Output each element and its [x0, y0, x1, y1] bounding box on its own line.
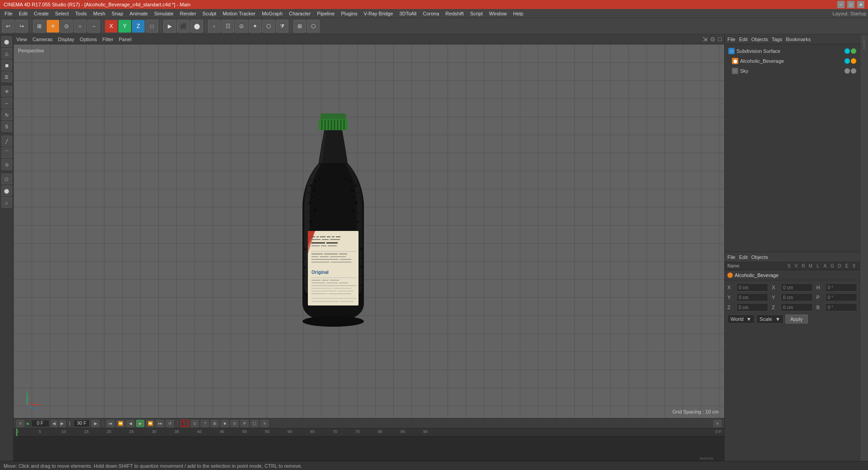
light-button[interactable]: ⊙ [235, 20, 248, 33]
all-axis-button[interactable]: □ [146, 20, 158, 33]
obj-ind-render[interactable] [851, 48, 856, 54]
line-tool[interactable]: ╱ [1, 136, 12, 146]
scale-dropdown[interactable]: Scale ▼ [756, 315, 783, 324]
select-mode-polys[interactable]: ◼ [1, 60, 12, 70]
tl-menu-btn[interactable]: ≡ [260, 420, 269, 427]
tl-prev-key[interactable]: ⏪ [116, 420, 124, 427]
transform-tool-button[interactable]: → [87, 20, 100, 33]
world-dropdown[interactable]: World ▼ [727, 315, 755, 324]
tl-grid-btn[interactable]: ⊞ [211, 420, 219, 427]
tl-play-fwd[interactable]: ▶ [136, 420, 144, 427]
tl-right-btn-1[interactable]: ≡ [713, 420, 722, 427]
vp-menu-filter[interactable]: Filter [102, 37, 113, 42]
display-mode-button[interactable]: ▫ [208, 20, 221, 33]
minimize-button[interactable]: − [837, 1, 844, 8]
tl-p-btn[interactable]: P [241, 420, 249, 427]
obj-menu-edit[interactable]: Edit [739, 37, 748, 42]
wireframe-button[interactable]: ☷ [222, 20, 234, 33]
layer-tool[interactable]: ⬡ [1, 174, 12, 184]
vp-menu-cameras[interactable]: Cameras [33, 37, 53, 42]
tl-loop[interactable]: ↺ [166, 420, 174, 427]
redo-button[interactable]: ↪ [15, 20, 28, 33]
attr-x2-field[interactable]: 0 cm [781, 283, 812, 291]
obj-ind-beverage-vis[interactable] [844, 58, 850, 64]
maximize-button[interactable]: □ [847, 1, 854, 8]
tl-auto-key[interactable]: ⊙ [191, 420, 199, 427]
tl-expand-btn[interactable]: ≡ [16, 420, 24, 427]
move-tool-button[interactable]: ✛ [47, 20, 59, 33]
obj-item-subdivision[interactable]: ⬡ Subdivision Surface [726, 46, 858, 56]
tl-btn-2[interactable]: ◀ [51, 420, 57, 427]
menu-window[interactable]: Window [486, 10, 509, 17]
select-mode-points[interactable]: ⬤ [1, 36, 12, 47]
render-region-button[interactable]: ▶ [163, 20, 176, 33]
tl-btn-3[interactable]: ▶ [59, 420, 66, 427]
menu-3dtoall[interactable]: 3DToAll [396, 10, 419, 17]
menu-edit[interactable]: Edit [16, 10, 30, 17]
obj-menu-bookmarks[interactable]: Bookmarks [786, 37, 811, 42]
viewport-maximize-icon[interactable]: ⇲ [703, 36, 708, 42]
vp-menu-panel[interactable]: Panel [119, 37, 132, 42]
render-view-button[interactable]: ⬛ [177, 20, 189, 33]
rotate-mode[interactable]: ↻ [1, 109, 12, 120]
attr-b-field[interactable]: 0 ° [826, 303, 857, 311]
select-model[interactable]: ☰ [1, 71, 12, 82]
attr-x-field[interactable]: 0 cm [736, 283, 768, 291]
attr-z-field[interactable]: 0 cm [736, 303, 768, 311]
menu-sculpt[interactable]: Sculpt [200, 10, 219, 17]
select-mode-edges[interactable]: △ [1, 48, 12, 59]
vp-menu-options[interactable]: Options [80, 37, 97, 42]
x-axis-button[interactable]: X [105, 20, 118, 33]
menu-vray[interactable]: V-Ray Bridge [361, 10, 396, 17]
rotate-tool-button[interactable]: ○ [74, 20, 86, 33]
tl-square-btn[interactable]: ■ [221, 420, 229, 427]
menu-redshift[interactable]: Redshift [443, 10, 466, 17]
viewport[interactable]: Perspective [14, 44, 724, 418]
obj-ind-sky-render[interactable] [851, 68, 856, 74]
attr-y-field[interactable]: 0 cm [736, 293, 768, 301]
grid-button[interactable]: ⬡ [262, 20, 275, 33]
tl-end-frame-input[interactable] [74, 420, 90, 427]
menu-plugins[interactable]: Plugins [338, 10, 360, 17]
tl-goto-start[interactable]: ⏮ [106, 420, 114, 427]
obj-ind-sky-vis[interactable] [844, 68, 850, 74]
tl-help-btn[interactable]: ? [201, 420, 209, 427]
brush-tool[interactable]: ⌒ [1, 147, 12, 158]
parametric-button[interactable]: ⬡ [307, 20, 320, 33]
tl-record-btn[interactable]: ⬛ [181, 420, 189, 427]
scale-tool-button[interactable]: ⊙ [60, 20, 73, 33]
obj-menu-tags[interactable]: Tags [772, 37, 782, 42]
menu-simulate[interactable]: Simulate [151, 10, 176, 17]
attr-y2-field[interactable]: 0 cm [781, 293, 812, 301]
attr-h-field[interactable]: 0 ° [826, 283, 857, 291]
spline-tool[interactable]: S [1, 121, 12, 132]
tl-next-key[interactable]: ⏩ [146, 420, 154, 427]
menu-mesh[interactable]: Mesh [90, 10, 108, 17]
menu-pipeline[interactable]: Pipeline [314, 10, 337, 17]
menu-mograph[interactable]: MoGraph [259, 10, 285, 17]
menu-help[interactable]: Help [510, 10, 526, 17]
viewport-camera-icon[interactable]: ⊙ [710, 36, 715, 42]
menu-snap[interactable]: Snap [109, 10, 126, 17]
attr-p-field[interactable]: 0 ° [826, 293, 857, 301]
tl-goto-end[interactable]: ⏭ [156, 420, 164, 427]
obj-ind-vis[interactable] [844, 48, 850, 54]
tl-circle-btn[interactable]: ⊙ [231, 420, 239, 427]
vp-menu-view[interactable]: View [16, 37, 27, 42]
texture-tool[interactable]: ⬤ [1, 185, 12, 196]
new-obj-button[interactable]: ⊞ [33, 20, 46, 33]
menu-file[interactable]: File [2, 10, 15, 17]
material-button[interactable]: ✦ [249, 20, 261, 33]
menu-character[interactable]: Character [286, 10, 313, 17]
attr-z2-field[interactable]: 0 cm [781, 303, 812, 311]
attr-menu-file[interactable]: File [727, 254, 736, 260]
vp-menu-display[interactable]: Display [58, 37, 74, 42]
magnet-tool[interactable]: ⊙ [1, 159, 12, 170]
menu-tools[interactable]: Tools [72, 10, 90, 17]
tl-play-rev[interactable]: ◀ [126, 420, 134, 427]
attr-menu-objects[interactable]: Objects [751, 254, 768, 260]
obj-item-beverage[interactable]: ⬤ Alcoholic_Beverage [726, 56, 858, 66]
show-edges-button[interactable]: ⊞ [293, 20, 306, 33]
tl-current-frame-input[interactable] [31, 420, 49, 427]
timeline-track-area[interactable] [14, 437, 724, 461]
